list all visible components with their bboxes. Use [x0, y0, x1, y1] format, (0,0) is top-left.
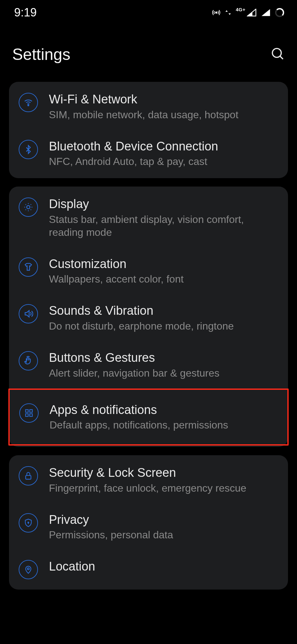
svg-rect-7 [26, 414, 28, 416]
settings-group-device: Display Status bar, ambient display, vis… [9, 187, 288, 447]
sound-icon [19, 304, 38, 323]
svg-rect-8 [30, 414, 32, 416]
settings-group-security: Security & Lock Screen Fingerprint, face… [9, 455, 288, 590]
lock-icon [19, 466, 38, 485]
item-title: Bluetooth & Device Connection [49, 139, 280, 154]
item-subtitle: SIM, mobile network, data usage, hotspot [49, 108, 280, 121]
item-title: Security & Lock Screen [49, 466, 280, 480]
svg-point-10 [28, 522, 29, 523]
page-header: Settings [0, 23, 297, 73]
item-subtitle: Alert slider, navigation bar & gestures [49, 367, 280, 380]
settings-item-buttons-gestures[interactable]: Buttons & Gestures Alert slider, navigat… [9, 341, 288, 389]
settings-item-sounds[interactable]: Sounds & Vibration Do not disturb, earph… [9, 294, 288, 341]
status-indicators: 4G+ [212, 8, 284, 17]
item-title: Sounds & Vibration [49, 303, 280, 318]
settings-item-bluetooth[interactable]: Bluetooth & Device Connection NFC, Andro… [9, 130, 288, 177]
privacy-shield-icon [19, 513, 38, 533]
item-title: Location [49, 559, 280, 574]
item-subtitle: Status bar, ambient display, vision comf… [49, 213, 280, 239]
svg-rect-5 [26, 409, 28, 412]
item-title: Display [49, 197, 280, 212]
signal-sim1-icon [247, 9, 256, 16]
svg-rect-6 [30, 409, 32, 412]
item-subtitle: NFC, Android Auto, tap & pay, cast [49, 155, 280, 168]
svg-line-2 [280, 56, 283, 59]
settings-group-network: Wi-Fi & Network SIM, mobile network, dat… [9, 82, 288, 178]
status-time: 9:19 [14, 6, 37, 19]
item-subtitle: Wallpapers, accent color, font [49, 273, 280, 285]
highlight-annotation: Apps & notifications Default apps, notif… [8, 389, 289, 446]
settings-item-display[interactable]: Display Status bar, ambient display, vis… [9, 188, 288, 248]
search-icon [271, 47, 285, 61]
item-title: Wi-Fi & Network [49, 92, 280, 107]
data-arrows-icon [225, 9, 231, 16]
item-subtitle: Default apps, notifications, permissions [50, 418, 279, 431]
item-title: Apps & notifications [50, 403, 279, 418]
display-icon [19, 197, 38, 217]
settings-item-apps-notifications[interactable]: Apps & notifications Default apps, notif… [10, 390, 287, 445]
location-icon [19, 560, 38, 579]
item-subtitle: Do not disturb, earphone mode, ringtone [49, 320, 280, 332]
wifi-icon [19, 93, 38, 112]
svg-point-3 [28, 105, 29, 106]
status-bar: 9:19 4G+ [0, 0, 297, 23]
loading-spinner-icon [275, 8, 284, 17]
page-title: Settings [12, 45, 70, 64]
network-type-label: 4G+ [236, 7, 246, 12]
hotspot-icon [212, 8, 220, 17]
svg-point-0 [216, 12, 217, 13]
settings-item-security[interactable]: Security & Lock Screen Fingerprint, face… [9, 457, 288, 504]
item-title: Buttons & Gestures [49, 351, 280, 365]
svg-point-4 [27, 206, 30, 209]
item-subtitle: Fingerprint, face unlock, emergency resc… [49, 482, 280, 495]
svg-rect-9 [26, 476, 31, 479]
settings-item-wifi[interactable]: Wi-Fi & Network SIM, mobile network, dat… [9, 83, 288, 130]
svg-point-11 [27, 568, 29, 570]
item-subtitle: Permissions, personal data [49, 528, 280, 541]
item-title: Customization [49, 257, 280, 272]
customization-icon [19, 257, 38, 277]
settings-item-location[interactable]: Location [9, 550, 288, 588]
settings-item-customization[interactable]: Customization Wallpapers, accent color, … [9, 248, 288, 295]
item-title: Privacy [49, 513, 280, 527]
gesture-icon [19, 351, 38, 370]
apps-icon [19, 403, 39, 423]
bluetooth-icon [19, 140, 38, 159]
settings-item-privacy[interactable]: Privacy Permissions, personal data [9, 504, 288, 551]
svg-point-1 [273, 49, 282, 58]
signal-sim2-icon [261, 9, 271, 16]
search-button[interactable] [271, 47, 285, 62]
